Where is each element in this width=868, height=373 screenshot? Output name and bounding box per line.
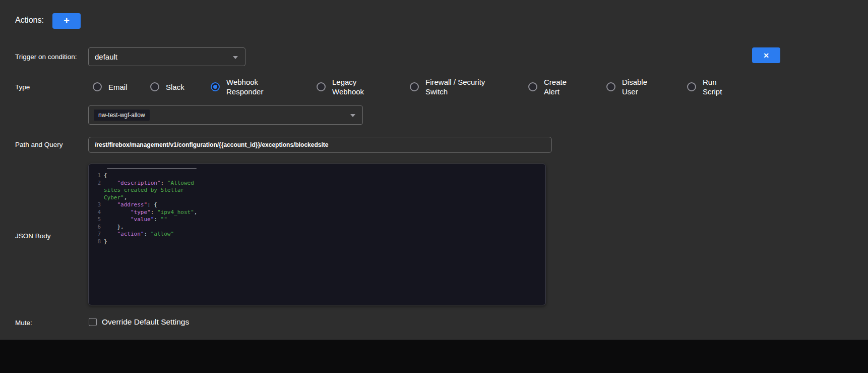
code-line-text: "address": {	[104, 201, 203, 209]
line-number: 7	[93, 231, 104, 238]
radio-icon[interactable]	[211, 82, 220, 91]
type-option-label: Create Alert	[544, 77, 570, 96]
radio-icon[interactable]	[150, 82, 159, 91]
actions-page: Actions: + Trigger on condition: default…	[0, 0, 868, 373]
line-number: 1	[93, 172, 104, 180]
code-line: 1{	[93, 172, 540, 180]
trigger-condition-value: default	[95, 52, 117, 61]
responder-select[interactable]: nw-test-wgf-allow	[88, 105, 363, 125]
code-line-text: "description": "Allowed sites created by…	[104, 180, 203, 202]
add-action-button[interactable]: +	[52, 13, 81, 29]
type-option-label: Run Script	[703, 77, 726, 96]
line-number: 2	[93, 180, 104, 187]
code-line: 7 "action": "allow"	[93, 231, 540, 238]
type-option-slack[interactable]: Slack	[150, 76, 184, 98]
type-option-email[interactable]: Email	[93, 76, 128, 98]
chevron-down-icon	[233, 56, 238, 59]
type-option-label: Webhook Responder	[226, 77, 267, 96]
radio-icon[interactable]	[410, 82, 419, 91]
type-option-label: Slack	[166, 82, 184, 92]
actions-label: Actions:	[15, 16, 44, 25]
override-default-settings-checkbox[interactable]	[89, 318, 97, 326]
trigger-condition-label: Trigger on condition:	[15, 53, 77, 61]
line-number: 8	[93, 238, 104, 246]
type-option-legacy-webhook[interactable]: Legacy Webhook	[317, 76, 367, 98]
code-line: 2 "description": "Allowed sites created …	[93, 180, 540, 202]
type-option-run-script[interactable]: Run Script	[687, 76, 726, 98]
code-line: 5 "value": ""	[93, 216, 540, 224]
plus-icon: +	[64, 15, 70, 27]
code-line-text: "type": "ipv4_host",	[104, 209, 203, 217]
code-line: 8}	[93, 238, 540, 246]
close-icon: ✕	[763, 51, 769, 60]
editor-scrollbar[interactable]	[107, 168, 197, 169]
radio-icon[interactable]	[606, 82, 615, 91]
radio-icon[interactable]	[528, 82, 537, 91]
radio-icon[interactable]	[317, 82, 326, 91]
trigger-condition-select[interactable]: default	[88, 47, 245, 66]
type-option-label: Legacy Webhook	[332, 77, 367, 96]
code-line-text: },	[104, 224, 203, 231]
code-line-text: }	[104, 238, 203, 246]
type-label: Type	[15, 83, 30, 91]
code-line: 6 },	[93, 224, 540, 231]
line-number: 3	[93, 201, 104, 209]
radio-icon[interactable]	[687, 82, 696, 91]
radio-icon[interactable]	[93, 82, 102, 91]
mute-label: Mute:	[15, 319, 32, 327]
path-and-query-input[interactable]	[88, 137, 552, 153]
line-number: 4	[93, 209, 104, 217]
actions-panel: Actions: + Trigger on condition: default…	[0, 0, 868, 340]
type-option-webhook-responder[interactable]: Webhook Responder	[211, 76, 267, 98]
line-number: 6	[93, 224, 104, 231]
code-line-text: {	[104, 172, 203, 180]
type-option-label: Disable User	[622, 77, 651, 96]
chevron-down-icon	[350, 114, 355, 117]
code-line: 4 "type": "ipv4_host",	[93, 209, 540, 217]
code-line-text: "value": ""	[104, 216, 203, 224]
override-default-settings-label[interactable]: Override Default Settings	[102, 317, 189, 327]
remove-action-button[interactable]: ✕	[752, 47, 780, 63]
json-editor-code[interactable]: 1{2 "description": "Allowed sites create…	[93, 172, 540, 245]
selected-responder-chip: nw-test-wgf-allow	[94, 110, 150, 121]
code-line: 3 "address": {	[93, 201, 540, 209]
type-option-disable-user[interactable]: Disable User	[606, 76, 651, 98]
code-line-text: "action": "allow"	[104, 231, 203, 238]
type-option-label: Firewall / Security Switch	[425, 77, 493, 96]
type-option-create-alert[interactable]: Create Alert	[528, 76, 570, 98]
type-option-firewall-security-switch[interactable]: Firewall / Security Switch	[410, 76, 493, 98]
path-and-query-label: Path and Query	[15, 141, 63, 148]
json-body-label: JSON Body	[15, 232, 51, 240]
line-number: 5	[93, 216, 104, 224]
json-body-editor[interactable]: 1{2 "description": "Allowed sites create…	[88, 164, 546, 305]
type-option-label: Email	[108, 82, 128, 92]
